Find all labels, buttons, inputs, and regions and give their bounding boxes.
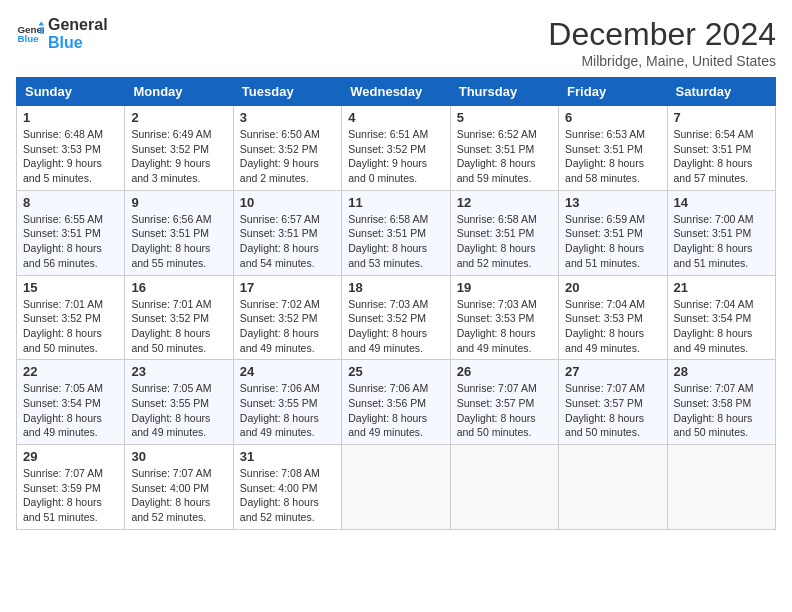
calendar-table: SundayMondayTuesdayWednesdayThursdayFrid…: [16, 77, 776, 530]
calendar-cell: 18 Sunrise: 7:03 AMSunset: 3:52 PMDaylig…: [342, 275, 450, 360]
day-number: 10: [240, 195, 335, 210]
calendar-cell: 3 Sunrise: 6:50 AMSunset: 3:52 PMDayligh…: [233, 106, 341, 191]
calendar-cell: 12 Sunrise: 6:58 AMSunset: 3:51 PMDaylig…: [450, 190, 558, 275]
day-info: Sunrise: 7:03 AMSunset: 3:52 PMDaylight:…: [348, 298, 428, 354]
logo: General Blue General Blue: [16, 16, 108, 51]
day-number: 29: [23, 449, 118, 464]
day-number: 26: [457, 364, 552, 379]
weekday-header-friday: Friday: [559, 78, 667, 106]
day-number: 12: [457, 195, 552, 210]
day-info: Sunrise: 7:01 AMSunset: 3:52 PMDaylight:…: [23, 298, 103, 354]
calendar-cell: 10 Sunrise: 6:57 AMSunset: 3:51 PMDaylig…: [233, 190, 341, 275]
day-info: Sunrise: 6:51 AMSunset: 3:52 PMDaylight:…: [348, 128, 428, 184]
day-number: 1: [23, 110, 118, 125]
day-number: 8: [23, 195, 118, 210]
day-info: Sunrise: 7:00 AMSunset: 3:51 PMDaylight:…: [674, 213, 754, 269]
day-number: 27: [565, 364, 660, 379]
day-info: Sunrise: 7:07 AMSunset: 3:59 PMDaylight:…: [23, 467, 103, 523]
day-info: Sunrise: 7:08 AMSunset: 4:00 PMDaylight:…: [240, 467, 320, 523]
calendar-cell: [559, 445, 667, 530]
day-info: Sunrise: 7:05 AMSunset: 3:55 PMDaylight:…: [131, 382, 211, 438]
day-number: 25: [348, 364, 443, 379]
day-info: Sunrise: 6:55 AMSunset: 3:51 PMDaylight:…: [23, 213, 103, 269]
day-number: 24: [240, 364, 335, 379]
logo-icon: General Blue: [16, 20, 44, 48]
logo-blue: Blue: [48, 34, 108, 52]
day-number: 16: [131, 280, 226, 295]
day-number: 21: [674, 280, 769, 295]
day-info: Sunrise: 7:06 AMSunset: 3:56 PMDaylight:…: [348, 382, 428, 438]
day-info: Sunrise: 7:03 AMSunset: 3:53 PMDaylight:…: [457, 298, 537, 354]
day-info: Sunrise: 6:57 AMSunset: 3:51 PMDaylight:…: [240, 213, 320, 269]
calendar-cell: 13 Sunrise: 6:59 AMSunset: 3:51 PMDaylig…: [559, 190, 667, 275]
page-title: December 2024: [548, 16, 776, 53]
calendar-cell: 4 Sunrise: 6:51 AMSunset: 3:52 PMDayligh…: [342, 106, 450, 191]
weekday-header-sunday: Sunday: [17, 78, 125, 106]
svg-marker-3: [40, 27, 44, 34]
day-info: Sunrise: 7:07 AMSunset: 3:57 PMDaylight:…: [457, 382, 537, 438]
weekday-header-saturday: Saturday: [667, 78, 775, 106]
weekday-header-tuesday: Tuesday: [233, 78, 341, 106]
calendar-cell: 23 Sunrise: 7:05 AMSunset: 3:55 PMDaylig…: [125, 360, 233, 445]
day-number: 22: [23, 364, 118, 379]
weekday-header-wednesday: Wednesday: [342, 78, 450, 106]
calendar-cell: 28 Sunrise: 7:07 AMSunset: 3:58 PMDaylig…: [667, 360, 775, 445]
day-number: 18: [348, 280, 443, 295]
day-number: 28: [674, 364, 769, 379]
calendar-cell: 30 Sunrise: 7:07 AMSunset: 4:00 PMDaylig…: [125, 445, 233, 530]
calendar-cell: [667, 445, 775, 530]
title-area: December 2024 Milbridge, Maine, United S…: [548, 16, 776, 69]
day-info: Sunrise: 7:05 AMSunset: 3:54 PMDaylight:…: [23, 382, 103, 438]
calendar-cell: [342, 445, 450, 530]
page-subtitle: Milbridge, Maine, United States: [548, 53, 776, 69]
day-info: Sunrise: 7:07 AMSunset: 4:00 PMDaylight:…: [131, 467, 211, 523]
calendar-cell: 9 Sunrise: 6:56 AMSunset: 3:51 PMDayligh…: [125, 190, 233, 275]
calendar-cell: [450, 445, 558, 530]
day-number: 6: [565, 110, 660, 125]
day-info: Sunrise: 6:48 AMSunset: 3:53 PMDaylight:…: [23, 128, 103, 184]
calendar-cell: 22 Sunrise: 7:05 AMSunset: 3:54 PMDaylig…: [17, 360, 125, 445]
logo-general: General: [48, 16, 108, 34]
calendar-cell: 20 Sunrise: 7:04 AMSunset: 3:53 PMDaylig…: [559, 275, 667, 360]
calendar-cell: 24 Sunrise: 7:06 AMSunset: 3:55 PMDaylig…: [233, 360, 341, 445]
day-info: Sunrise: 7:04 AMSunset: 3:54 PMDaylight:…: [674, 298, 754, 354]
day-number: 4: [348, 110, 443, 125]
day-info: Sunrise: 6:53 AMSunset: 3:51 PMDaylight:…: [565, 128, 645, 184]
calendar-cell: 6 Sunrise: 6:53 AMSunset: 3:51 PMDayligh…: [559, 106, 667, 191]
day-number: 11: [348, 195, 443, 210]
calendar-cell: 2 Sunrise: 6:49 AMSunset: 3:52 PMDayligh…: [125, 106, 233, 191]
day-info: Sunrise: 7:02 AMSunset: 3:52 PMDaylight:…: [240, 298, 320, 354]
day-info: Sunrise: 7:06 AMSunset: 3:55 PMDaylight:…: [240, 382, 320, 438]
day-number: 31: [240, 449, 335, 464]
day-info: Sunrise: 6:59 AMSunset: 3:51 PMDaylight:…: [565, 213, 645, 269]
calendar-cell: 29 Sunrise: 7:07 AMSunset: 3:59 PMDaylig…: [17, 445, 125, 530]
day-number: 3: [240, 110, 335, 125]
calendar-cell: 14 Sunrise: 7:00 AMSunset: 3:51 PMDaylig…: [667, 190, 775, 275]
day-number: 9: [131, 195, 226, 210]
day-info: Sunrise: 6:52 AMSunset: 3:51 PMDaylight:…: [457, 128, 537, 184]
day-number: 15: [23, 280, 118, 295]
day-info: Sunrise: 7:07 AMSunset: 3:58 PMDaylight:…: [674, 382, 754, 438]
calendar-cell: 17 Sunrise: 7:02 AMSunset: 3:52 PMDaylig…: [233, 275, 341, 360]
day-number: 13: [565, 195, 660, 210]
day-info: Sunrise: 6:56 AMSunset: 3:51 PMDaylight:…: [131, 213, 211, 269]
calendar-cell: 1 Sunrise: 6:48 AMSunset: 3:53 PMDayligh…: [17, 106, 125, 191]
day-info: Sunrise: 6:58 AMSunset: 3:51 PMDaylight:…: [348, 213, 428, 269]
day-number: 23: [131, 364, 226, 379]
day-number: 5: [457, 110, 552, 125]
day-info: Sunrise: 6:49 AMSunset: 3:52 PMDaylight:…: [131, 128, 211, 184]
day-info: Sunrise: 7:07 AMSunset: 3:57 PMDaylight:…: [565, 382, 645, 438]
calendar-cell: 31 Sunrise: 7:08 AMSunset: 4:00 PMDaylig…: [233, 445, 341, 530]
calendar-cell: 26 Sunrise: 7:07 AMSunset: 3:57 PMDaylig…: [450, 360, 558, 445]
calendar-cell: 21 Sunrise: 7:04 AMSunset: 3:54 PMDaylig…: [667, 275, 775, 360]
calendar-cell: 15 Sunrise: 7:01 AMSunset: 3:52 PMDaylig…: [17, 275, 125, 360]
weekday-header-thursday: Thursday: [450, 78, 558, 106]
day-number: 30: [131, 449, 226, 464]
day-info: Sunrise: 6:54 AMSunset: 3:51 PMDaylight:…: [674, 128, 754, 184]
calendar-cell: 16 Sunrise: 7:01 AMSunset: 3:52 PMDaylig…: [125, 275, 233, 360]
calendar-cell: 25 Sunrise: 7:06 AMSunset: 3:56 PMDaylig…: [342, 360, 450, 445]
calendar-cell: 7 Sunrise: 6:54 AMSunset: 3:51 PMDayligh…: [667, 106, 775, 191]
day-number: 17: [240, 280, 335, 295]
day-number: 7: [674, 110, 769, 125]
header: General Blue General Blue December 2024 …: [16, 16, 776, 69]
